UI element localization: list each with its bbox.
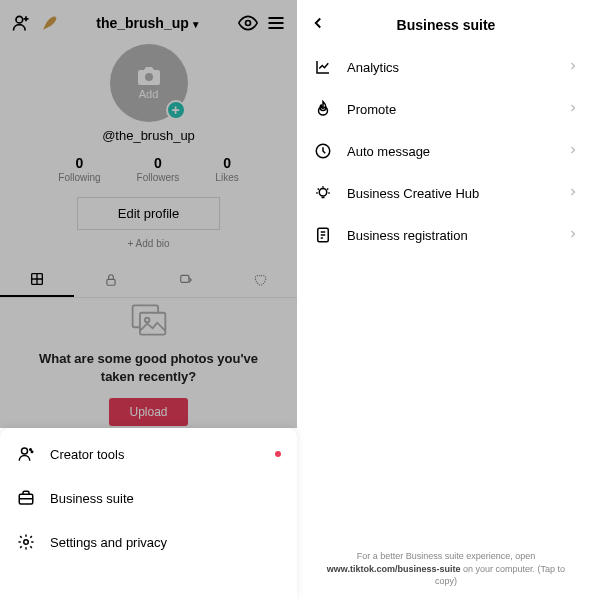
briefcase-icon (16, 488, 36, 508)
tab-repost[interactable] (149, 263, 223, 297)
analytics-icon (313, 57, 333, 77)
chevron-right-icon (567, 228, 579, 243)
menu-item-label: Auto message (347, 144, 430, 159)
person-icon (16, 444, 36, 464)
gear-icon (16, 532, 36, 552)
svg-point-1 (246, 21, 251, 26)
chevron-right-icon (567, 60, 579, 75)
stat-following[interactable]: 0 Following (58, 155, 100, 183)
footer-hint[interactable]: For a better Business suite experience, … (297, 542, 595, 600)
add-user-icon[interactable] (10, 12, 32, 34)
username-dropdown[interactable]: the_brush_up▼ (66, 15, 231, 31)
avatar-add-label: Add (139, 88, 159, 100)
menu-icon[interactable] (265, 12, 287, 34)
sheet-item-label: Settings and privacy (50, 535, 167, 550)
menu-item-label: Business Creative Hub (347, 186, 479, 201)
profile-handle: @the_brush_up (102, 128, 195, 143)
plus-badge-icon[interactable]: + (166, 100, 186, 120)
fire-icon (313, 99, 333, 119)
avatar[interactable]: Add + (110, 44, 188, 122)
chevron-right-icon (567, 186, 579, 201)
tab-liked[interactable] (223, 263, 297, 297)
tab-grid[interactable] (0, 263, 74, 297)
document-icon (313, 225, 333, 245)
empty-state-text: What are some good photos you've taken r… (30, 350, 267, 385)
menu-item-auto-message[interactable]: Auto message (297, 130, 595, 172)
sheet-item-settings[interactable]: Settings and privacy (0, 520, 297, 564)
lightbulb-icon (313, 183, 333, 203)
notification-dot (275, 451, 281, 457)
svg-point-10 (31, 451, 33, 453)
menu-item-registration[interactable]: Business registration (297, 214, 595, 256)
svg-rect-6 (139, 313, 164, 335)
sheet-item-label: Creator tools (50, 447, 124, 462)
feather-icon (38, 12, 60, 34)
svg-point-2 (145, 73, 153, 81)
svg-point-8 (22, 448, 28, 454)
menu-item-label: Business registration (347, 228, 468, 243)
sheet-item-label: Business suite (50, 491, 134, 506)
page-title: Business suite (309, 17, 583, 33)
tab-locked[interactable] (74, 263, 148, 297)
menu-item-creative-hub[interactable]: Business Creative Hub (297, 172, 595, 214)
chevron-right-icon (567, 144, 579, 159)
menu-item-analytics[interactable]: Analytics (297, 46, 595, 88)
chevron-right-icon (567, 102, 579, 117)
sheet-item-business-suite[interactable]: Business suite (0, 476, 297, 520)
upload-button[interactable]: Upload (109, 398, 187, 426)
svg-point-12 (24, 540, 29, 545)
menu-item-label: Promote (347, 102, 396, 117)
edit-profile-button[interactable]: Edit profile (77, 197, 220, 230)
eye-icon[interactable] (237, 12, 259, 34)
stat-likes[interactable]: 0 Likes (215, 155, 238, 183)
sheet-item-creator-tools[interactable]: Creator tools (0, 432, 297, 476)
svg-rect-4 (180, 275, 188, 282)
message-icon (313, 141, 333, 161)
svg-point-0 (16, 16, 23, 23)
stat-followers[interactable]: 0 Followers (137, 155, 180, 183)
svg-rect-3 (107, 279, 115, 285)
svg-point-9 (30, 449, 32, 451)
menu-item-label: Analytics (347, 60, 399, 75)
menu-item-promote[interactable]: Promote (297, 88, 595, 130)
svg-point-14 (319, 189, 327, 197)
add-bio-button[interactable]: + Add bio (128, 238, 170, 249)
